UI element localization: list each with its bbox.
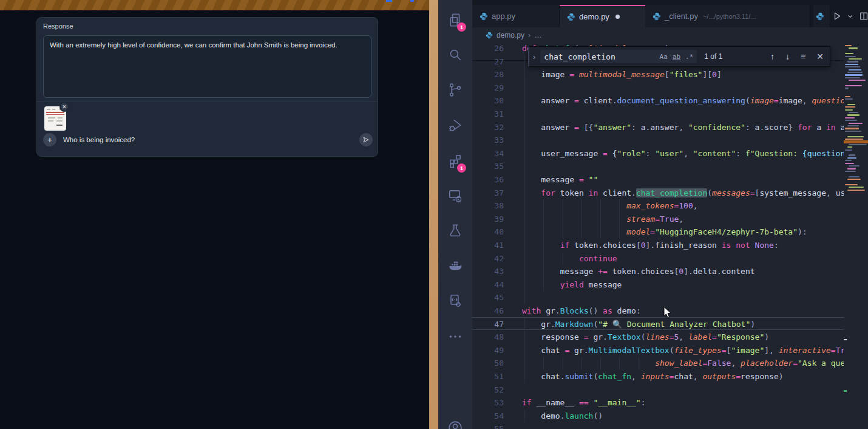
find-close-button[interactable]: ✕	[816, 52, 824, 61]
modified-indicator-dot[interactable]	[615, 15, 620, 19]
minimap[interactable]	[844, 43, 868, 429]
add-attachment-button[interactable]: +	[43, 133, 56, 146]
chat-input[interactable]: Who is being invoiced?	[63, 136, 135, 143]
code-token: =	[736, 372, 741, 381]
indent-guide	[581, 357, 582, 370]
testing-flask-icon	[447, 222, 463, 238]
tab-app-py[interactable]: app.py	[472, 5, 560, 27]
code-line[interactable]: if token.choices[0].finish_reason is not…	[472, 239, 844, 252]
code-line[interactable]	[472, 108, 844, 121]
sidebar-item-docker[interactable]	[438, 252, 472, 279]
breadcrumb-file[interactable]: demo.py	[497, 31, 524, 39]
code-token: None	[755, 241, 774, 250]
code-line[interactable]: stream=True,	[472, 213, 844, 226]
response-textarea[interactable]: With an extremely high level of confiden…	[43, 35, 371, 98]
activity-bar: 1 1	[438, 0, 472, 429]
sidebar-item-task-runner[interactable]	[438, 287, 472, 314]
code-token: ]	[717, 70, 722, 79]
tab-client-py[interactable]: _client.py ~/.../python3.11/...	[645, 5, 810, 27]
code-token: submit	[565, 372, 593, 381]
code-line[interactable]: chat = gr.MultimodalTextbox(file_types=[…	[472, 344, 844, 357]
sidebar-item-remote-explorer[interactable]	[438, 182, 472, 209]
remote-explorer-icon	[447, 188, 463, 204]
tab-partial[interactable]	[813, 5, 830, 27]
extensions-badge: 1	[457, 163, 466, 173]
code-line[interactable]	[472, 81, 844, 95]
code-line[interactable]: response = gr.Textbox(lines=5, label="Re…	[472, 331, 844, 344]
code-token: in	[589, 188, 598, 197]
indent-guide	[563, 213, 563, 226]
code-token: ()	[589, 306, 603, 315]
whole-word-toggle[interactable]: ab	[673, 53, 680, 61]
code-line[interactable]: continue	[472, 252, 844, 266]
code-line[interactable]: with gr.Blocks() as demo:	[472, 304, 844, 318]
sidebar-item-extensions[interactable]: 1	[438, 148, 472, 174]
split-editor-button[interactable]	[860, 12, 868, 21]
account-button[interactable]	[438, 414, 472, 429]
find-previous-button[interactable]: ↑	[770, 52, 775, 61]
match-case-toggle[interactable]: Aa	[660, 53, 668, 61]
code-token: "HuggingFaceH4/zephyr-7b-beta"	[655, 227, 798, 236]
code-line[interactable]: answer = [{"answer": a.answer, "confiden…	[472, 121, 844, 134]
sidebar-item-testing[interactable]	[438, 217, 472, 244]
sidebar-item-search[interactable]	[438, 41, 472, 68]
code-token: 0	[641, 241, 646, 250]
indent-guide	[524, 357, 525, 370]
find-input[interactable]: chat_completion Aa ab .*	[540, 50, 697, 63]
code-token: .	[631, 188, 636, 197]
code-line[interactable]: image = multimodal_message["files"][0]	[472, 68, 844, 81]
code-line[interactable]	[472, 160, 844, 173]
code-line[interactable]: gr.Markdown("# 🔍 Document Analyzer Chatb…	[472, 317, 844, 331]
sidebar-item-run-debug[interactable]	[438, 112, 472, 139]
code-token: ].	[683, 267, 693, 276]
breadcrumb-symbol[interactable]: …	[534, 31, 541, 39]
code-line[interactable]: model="HuggingFaceH4/zephyr-7b-beta"):	[472, 225, 844, 239]
code-token: label	[688, 332, 712, 341]
code-line[interactable]: max_tokens=100,	[472, 199, 844, 213]
code-line[interactable]	[472, 291, 844, 304]
code-token: =	[670, 372, 674, 381]
code-token: =	[722, 346, 727, 355]
minimap-line	[845, 171, 856, 172]
indent-guide	[619, 213, 620, 226]
find-query[interactable]: chat_completion	[544, 52, 654, 61]
code-line[interactable]: answer = client.document_question_answer…	[472, 94, 844, 108]
indent-guide	[581, 199, 582, 213]
regex-toggle[interactable]: .*	[685, 53, 693, 61]
code-line[interactable]: for token in client.chat_completion(mess…	[472, 187, 844, 200]
code-token: gr	[541, 306, 555, 315]
code-token: "image"	[731, 346, 764, 355]
code-token: continue	[579, 254, 617, 263]
code-line[interactable]: show_label=False, placeholder="Ask a que…	[472, 357, 844, 370]
sidebar-item-more[interactable]	[438, 323, 472, 350]
code-token: Markdown	[555, 320, 594, 329]
code-line[interactable]: chat.submit(chat_fn, inputs=chat, output…	[472, 370, 844, 383]
indent-guide	[524, 134, 525, 147]
code-line[interactable]: if __name__ == "__main__":	[472, 396, 844, 410]
tab-demo-py[interactable]: demo.py	[560, 5, 645, 27]
code-token: "Response"	[717, 332, 764, 341]
sidebar-item-explorer[interactable]: 1	[438, 7, 472, 33]
code-token: message	[584, 280, 622, 289]
code-line[interactable]	[472, 134, 844, 147]
find-next-button[interactable]: ↓	[785, 52, 790, 61]
code-line[interactable]: message = ""	[472, 173, 844, 187]
code-token: +=	[598, 267, 608, 276]
editor-group: app.py demo.py _client.py ~/.../python3.…	[472, 0, 868, 429]
code-line[interactable]	[472, 383, 844, 397]
send-button[interactable]	[359, 133, 373, 146]
run-options-chevron-icon[interactable]	[847, 13, 853, 19]
sidebar-item-source-control[interactable]	[438, 77, 472, 103]
find-expand-chevron[interactable]: ›	[529, 52, 540, 61]
code-token: not	[736, 241, 750, 250]
code-line[interactable]: demo.launch()	[472, 410, 844, 423]
find-in-selection-button[interactable]: ≡	[801, 52, 805, 61]
run-file-button[interactable]	[833, 12, 841, 21]
code-line[interactable]: yield message	[472, 278, 844, 292]
code-token: ][	[702, 70, 712, 79]
code-line[interactable]: user_message = {"role": "user", "content…	[472, 147, 844, 160]
code-editor[interactable]: 26def chat_fn(multimodal_message):27 que…	[472, 43, 868, 429]
code-line[interactable]: message += token.choices[0].delta.conten…	[472, 265, 844, 278]
remove-attachment-button[interactable]: ✕	[59, 102, 69, 112]
code-line[interactable]	[472, 422, 844, 429]
